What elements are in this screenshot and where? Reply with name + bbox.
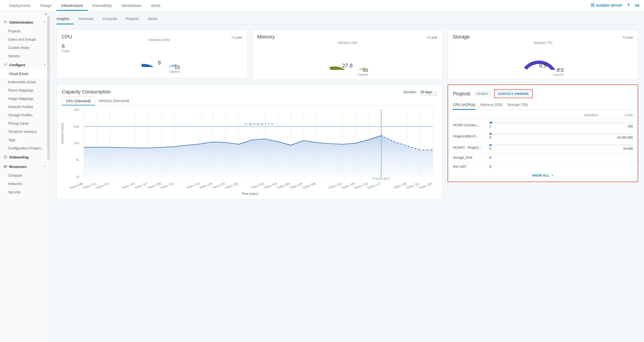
svg-text:Dec 09: Dec 09 (302, 182, 317, 189)
project-limit: 10,000 (623, 147, 633, 150)
sidebar-item-pricing-cards[interactable]: Pricing Cards (0, 119, 50, 127)
sidebar-group-configure[interactable]: Configure (0, 60, 50, 70)
cpu-card: CPU >1 year 6 Cores Utilization (GHz) 8 … (57, 30, 247, 78)
subtab-projects[interactable]: Projects (126, 15, 144, 24)
show-all-button[interactable]: SHOW ALL (453, 171, 633, 178)
memory-time-remaining: >1 year (427, 36, 438, 39)
svg-text:5: 5 (76, 158, 79, 162)
subtab-insights[interactable]: Insights (57, 15, 74, 24)
subtab-compute[interactable]: Compute (102, 15, 122, 24)
nav-deployments[interactable]: Deployments (4, 1, 36, 11)
project-limit: 100 (628, 124, 633, 128)
sidebar-item-secrets[interactable]: Secrets (0, 52, 50, 60)
memory-capacity-label: Capacity (358, 73, 368, 76)
nav-marketplace[interactable]: Marketplace (117, 1, 146, 11)
users-icon (4, 20, 7, 25)
project-alloc: 1 (490, 124, 491, 128)
sidebar-item-projects[interactable]: Projects (0, 27, 50, 35)
svg-text:15: 15 (74, 125, 79, 128)
map-icon (591, 3, 595, 8)
svg-text:Dec 11: Dec 11 (328, 182, 343, 189)
project-limit: 10,000,000 (617, 136, 633, 139)
contact-owners-button[interactable]: CONTACT OWNERS (494, 89, 533, 98)
sidebar-group-resources[interactable]: Resources (0, 162, 50, 171)
top-nav-right: GUIDED SETUP DA (591, 3, 640, 8)
duration-select[interactable]: 30 days (420, 90, 438, 95)
resources-icon (4, 164, 7, 169)
project-name: storage_limit (453, 155, 490, 159)
nav-infrastructure[interactable]: Infrastructure (56, 1, 88, 11)
chart-tab-memory[interactable]: Memory (Demand) (95, 97, 133, 105)
svg-text:Dec 13: Dec 13 (340, 182, 356, 189)
project-row[interactable]: HCMP1 - Project... 0 10,000 (453, 142, 633, 153)
chart-tab-cpu[interactable]: CPU (Demand) (62, 97, 95, 105)
projects-card: Projects 13 items CONTACT OWNERS CPU (vC… (448, 84, 638, 182)
download-icon (4, 155, 7, 159)
project-alloc: 0 (490, 147, 491, 150)
project-name: Project-With-Pr... (453, 134, 490, 138)
nav-extensibility[interactable]: Extensibility (88, 1, 117, 11)
sidebar-item-cloud-zones[interactable]: Cloud Zones (0, 70, 50, 78)
subtab-summary[interactable]: Summary (78, 15, 98, 24)
sidebar-configure-label: Configure (9, 63, 25, 67)
svg-text:TODAY: TODAY (372, 178, 390, 180)
nav-design[interactable]: Design (36, 1, 57, 11)
sidebar-group-onboarding[interactable]: Onboarding (0, 152, 50, 162)
chevron-down-icon (43, 21, 46, 24)
sidebar-item-users-groups[interactable]: Users and Groups (0, 35, 50, 44)
capacity-consumption-card: Capacity Consumption Duration 30 days CP… (57, 84, 443, 199)
svg-text:Nov 19: Nov 19 (146, 182, 162, 189)
svg-text:Nov 23: Nov 23 (185, 182, 201, 189)
project-alloc: 0 (490, 136, 491, 139)
cpu-cores-label: Cores (62, 49, 76, 53)
nav-alerts[interactable]: Alerts (146, 1, 165, 11)
sidebar-item-image-mappings[interactable]: Image Mappings (0, 94, 50, 103)
sidebar-item-network-profiles[interactable]: Network Profiles (0, 103, 50, 111)
project-name: test vc67 (453, 164, 490, 168)
sidebar-item-networks[interactable]: Networks (0, 180, 50, 188)
svg-text:0: 0 (76, 175, 79, 179)
project-row[interactable]: Project-With-Pr... 0 10,000,000 (453, 130, 633, 142)
svg-text:Nov 25: Nov 25 (198, 182, 214, 189)
capacity-title: Capacity Consumption (62, 89, 110, 95)
project-alloc: 0 (490, 164, 504, 168)
svg-text:Nov 17: Nov 17 (134, 182, 149, 189)
projects-count-badge: 13 items (474, 91, 490, 96)
projects-rows: HCMP-Contact-... 1 100 Project-With-Pr..… (453, 119, 633, 171)
sidebar-item-tags[interactable]: Tags (0, 136, 50, 144)
project-row[interactable]: HCMP-Contact-... 1 100 (453, 119, 633, 130)
cpu-capacity-label: Capacity (170, 70, 180, 73)
sidebar-group-administration[interactable]: Administration (0, 18, 50, 27)
projects-tab-cpu[interactable]: CPU (vCPUs) (453, 101, 476, 110)
projects-col-limits: Limits (606, 113, 633, 117)
sidebar-item-terraform-versions[interactable]: Terraform Versions (0, 127, 50, 136)
svg-text:Nov 15: Nov 15 (120, 182, 136, 189)
project-row[interactable]: storage_limit 0 - (453, 153, 633, 162)
sidebar-item-flavor-mappings[interactable]: Flavor Mappings (0, 86, 50, 94)
sidebar-item-security[interactable]: Security (0, 188, 50, 196)
top-nav-left: Deployments Design Infrastructure Extens… (4, 1, 165, 11)
sidebar-item-configuration-properties[interactable]: Configuration Propert... (0, 144, 50, 152)
main-content: Insights Summary Compute Projects Alerts… (50, 11, 644, 342)
projects-tab-storage[interactable]: Storage (TB) (507, 101, 528, 110)
gear-icon (4, 63, 7, 67)
svg-text:Dec 05: Dec 05 (276, 182, 291, 189)
project-row[interactable]: test vc67 0 - (453, 162, 633, 171)
storage-time-remaining: >1 year (622, 36, 633, 39)
sidebar-scrollbar[interactable] (47, 16, 50, 160)
storage-capacity-value: 8.3 (557, 67, 564, 73)
project-alloc-bar (490, 122, 633, 123)
svg-point-1 (6, 21, 6, 22)
top-nav: Deployments Design Infrastructure Extens… (0, 0, 644, 11)
projects-title: Projects (453, 91, 470, 97)
subtab-alerts[interactable]: Alerts (148, 15, 162, 24)
sidebar-item-kubernetes-zones[interactable]: Kubernetes Zones (0, 78, 50, 86)
guided-setup-button[interactable]: GUIDED SETUP (591, 3, 622, 8)
chevron-down-icon (43, 63, 46, 67)
sidebar-item-compute[interactable]: Compute (0, 171, 50, 180)
sidebar-item-custom-roles[interactable]: Custom Roles (0, 44, 50, 52)
projects-tab-memory[interactable]: Memory (GB) (480, 101, 502, 110)
moon-icon[interactable] (626, 3, 631, 8)
memory-util-label: Utilization (GB) (338, 41, 357, 45)
sidebar-item-storage-profiles[interactable]: Storage Profiles (0, 111, 50, 119)
